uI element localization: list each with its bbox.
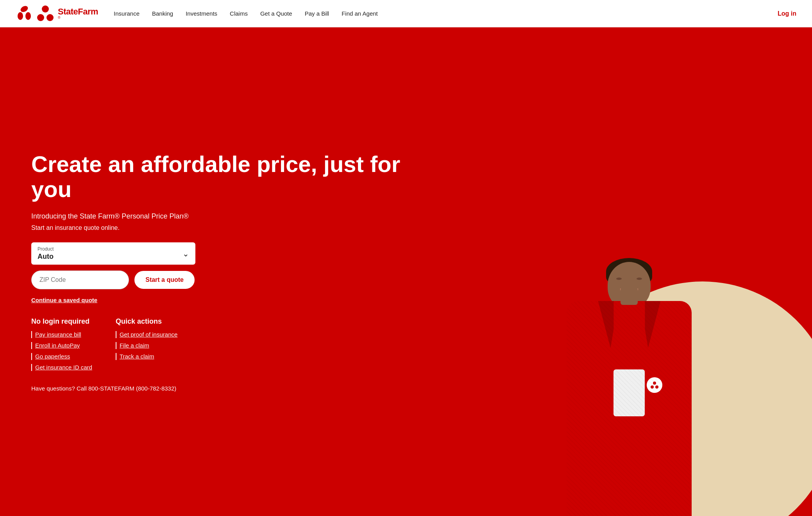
get-proof-of-insurance-link[interactable]: Get proof of insurance (120, 331, 177, 338)
nav-claims[interactable]: Claims (230, 10, 248, 17)
svg-point-2 (25, 12, 31, 20)
actions-section: No login required Pay insurance bill Enr… (31, 317, 423, 371)
product-label: Product (38, 246, 189, 252)
track-a-claim-link[interactable]: Track a claim (120, 353, 154, 360)
person-jacket (567, 301, 692, 516)
logo-text: StateFarm (58, 7, 98, 16)
statefarm-logo-icon (16, 6, 33, 22)
svg-point-8 (38, 15, 43, 20)
list-item: Get insurance ID card (31, 364, 92, 371)
quick-actions-col: Quick actions Get proof of insurance Fil… (116, 317, 177, 371)
no-login-heading: No login required (31, 317, 92, 326)
product-value: Auto (38, 253, 189, 261)
nav-investments[interactable]: Investments (186, 10, 217, 17)
nav-find-an-agent[interactable]: Find an Agent (342, 10, 378, 17)
go-paperless-link[interactable]: Go paperless (35, 353, 70, 360)
zip-code-input[interactable] (31, 271, 129, 289)
no-login-col: No login required Pay insurance bill Enr… (31, 317, 92, 371)
person-figure (539, 250, 719, 516)
hero-content: Create an affordable price, just for you… (0, 27, 447, 516)
chevron-down-icon: ⌄ (182, 249, 189, 258)
hero-title: Create an affordable price, just for you (31, 152, 423, 202)
list-item: Pay insurance bill (31, 331, 92, 338)
nav-banking[interactable]: Banking (152, 10, 173, 17)
hero-subtitle: Introducing the State Farm® Personal Pri… (31, 212, 423, 220)
start-quote-button[interactable]: Start a quote (134, 270, 195, 290)
logo[interactable]: StateFarm ® (16, 5, 98, 22)
insurance-id-card-link[interactable]: Get insurance ID card (35, 364, 92, 371)
enroll-autopay-link[interactable]: Enroll in AutoPay (35, 342, 80, 349)
quick-actions-heading: Quick actions (116, 317, 177, 326)
nav-insurance[interactable]: Insurance (114, 10, 140, 17)
no-login-links: Pay insurance bill Enroll in AutoPay Go … (31, 331, 92, 371)
header-left: StateFarm ® Insurance Banking Investment… (16, 5, 378, 22)
hero-section: Create an affordable price, just for you… (0, 27, 812, 516)
product-select[interactable]: Product Auto ⌄ (31, 242, 195, 265)
quote-form: Product Auto ⌄ Start a quote Continue a … (31, 242, 195, 303)
list-item: Enroll in AutoPay (31, 342, 92, 349)
file-a-claim-link[interactable]: File a claim (120, 342, 149, 349)
pay-insurance-bill-link[interactable]: Pay insurance bill (35, 331, 81, 338)
nav-get-a-quote[interactable]: Get a Quote (260, 10, 292, 17)
phone-line: Have questions? Call 800-STATEFARM (800-… (31, 385, 423, 392)
main-nav: Insurance Banking Investments Claims Get… (114, 10, 378, 17)
list-item: Go paperless (31, 353, 92, 360)
nav-pay-a-bill[interactable]: Pay a Bill (305, 10, 329, 17)
statefarm-logo-svg (36, 5, 55, 22)
svg-point-1 (18, 12, 23, 20)
quick-action-links: Get proof of insurance File a claim Trac… (116, 331, 177, 360)
logo-trademark: ® (58, 16, 98, 20)
hero-tagline: Start an insurance quote online. (31, 224, 423, 231)
header: StateFarm ® Insurance Banking Investment… (0, 0, 812, 27)
list-item: Track a claim (116, 353, 177, 360)
login-button[interactable]: Log in (778, 10, 796, 17)
list-item: Get proof of insurance (116, 331, 177, 338)
hero-right-illustration (447, 27, 812, 516)
svg-point-9 (47, 15, 53, 20)
continue-saved-quote-link[interactable]: Continue a saved quote (31, 297, 97, 303)
list-item: File a claim (116, 342, 177, 349)
zip-start-row: Start a quote (31, 270, 195, 290)
svg-point-7 (43, 6, 48, 12)
